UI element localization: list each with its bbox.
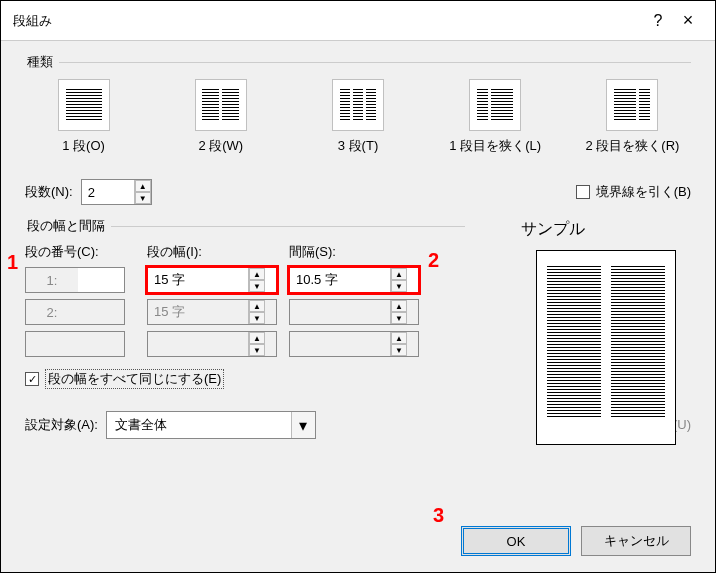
help-button[interactable]: ? — [643, 12, 673, 30]
apply-to-select[interactable]: 文書全体 ▾ — [106, 411, 316, 439]
close-button[interactable]: × — [673, 10, 703, 31]
ok-button[interactable]: OK — [461, 526, 571, 556]
row1-spacing-spinner[interactable]: ▲▼ — [289, 267, 419, 293]
preset-left-narrow[interactable]: 1 段目を狭く(L) — [437, 79, 554, 155]
width-row-3: ▲▼ ▲▼ — [25, 331, 465, 357]
preset-right-narrow[interactable]: 2 段目を狭く(R) — [574, 79, 691, 155]
columns-dialog: 段組み ? × 種類 1 段(O) 2 段(W) 3 段 — [0, 0, 716, 573]
row3-spacing-spinner: ▲▼ — [289, 331, 419, 357]
row3-width-down: ▼ — [249, 344, 265, 356]
preset-one-column[interactable]: 1 段(O) — [25, 79, 142, 155]
widths-group: 段の幅と間隔 段の番号(C): 段の幅(I): 間隔(S): 1 — [25, 217, 465, 389]
row3-spacing-up: ▲ — [391, 332, 407, 344]
column-count-label: 段数(N): — [25, 183, 73, 201]
row3-width-up: ▲ — [249, 332, 265, 344]
col-spacing-header: 間隔(S): — [289, 243, 419, 261]
row3-number — [25, 331, 125, 357]
sample-preview — [536, 250, 676, 445]
annotation-3: 3 — [433, 504, 444, 527]
row1-width-spinner[interactable]: ▲▼ — [147, 267, 277, 293]
row2-width-up: ▲ — [249, 300, 265, 312]
column-count-spinner[interactable]: ▲▼ — [81, 179, 152, 205]
row3-width-spinner: ▲▼ — [147, 331, 277, 357]
widths-label: 段の幅と間隔 — [25, 217, 107, 235]
sample-label: サンプル — [521, 220, 585, 237]
cancel-button[interactable]: キャンセル — [581, 526, 691, 556]
apply-to-label: 設定対象(A): — [25, 416, 98, 434]
column-count-input[interactable] — [82, 180, 134, 204]
row2-width-spinner: ▲▼ — [147, 299, 277, 325]
equal-checkbox-icon: ✓ — [25, 372, 39, 386]
preset-two-icon — [195, 79, 247, 131]
border-line-checkbox[interactable]: 境界線を引く(B) — [576, 183, 691, 201]
sample-col-2 — [611, 266, 665, 419]
preset-right-icon — [606, 79, 658, 131]
row2-number — [25, 299, 125, 325]
preset-three-icon — [332, 79, 384, 131]
annotation-2: 2 — [428, 249, 439, 272]
row1-width-down[interactable]: ▼ — [249, 280, 265, 292]
row1-width-input[interactable] — [148, 268, 248, 292]
dialog-body: 種類 1 段(O) 2 段(W) 3 段(T) 1 段目を狭 — [1, 41, 715, 461]
sample-col-1 — [547, 266, 601, 419]
preset-two-columns[interactable]: 2 段(W) — [162, 79, 279, 155]
row1-spacing-input[interactable] — [290, 268, 390, 292]
preset-three-columns[interactable]: 3 段(T) — [299, 79, 416, 155]
row1-number — [25, 267, 125, 293]
annotation-1: 1 — [7, 251, 18, 274]
border-checkbox-icon — [576, 185, 590, 199]
row1-spacing-up[interactable]: ▲ — [391, 268, 407, 280]
col-width-header: 段の幅(I): — [147, 243, 277, 261]
preset-left-icon — [469, 79, 521, 131]
presets-group: 種類 1 段(O) 2 段(W) 3 段(T) 1 段目を狭 — [25, 53, 691, 161]
row2-spacing-input — [290, 300, 390, 324]
row2-spacing-down: ▼ — [391, 312, 407, 324]
row1-spacing-down[interactable]: ▼ — [391, 280, 407, 292]
width-row-1: 1 ▲▼ ▲▼ 2 — [25, 267, 465, 293]
row2-spacing-up: ▲ — [391, 300, 407, 312]
row2-spacing-spinner: ▲▼ — [289, 299, 419, 325]
presets-label: 種類 — [25, 53, 55, 71]
column-count-up[interactable]: ▲ — [135, 180, 151, 192]
titlebar: 段組み ? × — [1, 1, 715, 41]
row2-width-down: ▼ — [249, 312, 265, 324]
column-count-down[interactable]: ▼ — [135, 192, 151, 204]
width-row-2: ▲▼ ▲▼ — [25, 299, 465, 325]
chevron-down-icon: ▾ — [291, 412, 315, 438]
preset-one-icon — [58, 79, 110, 131]
equal-widths-checkbox[interactable]: ✓ 段の幅をすべて同じにする(E) — [25, 369, 465, 389]
col-number-header: 段の番号(C): — [25, 243, 135, 261]
row3-spacing-down: ▼ — [391, 344, 407, 356]
row1-width-up[interactable]: ▲ — [249, 268, 265, 280]
dialog-title: 段組み — [13, 12, 643, 30]
dialog-actions: 3 OK キャンセル — [461, 526, 691, 556]
sample-group: サンプル — [521, 219, 691, 445]
row2-width-input — [148, 300, 248, 324]
